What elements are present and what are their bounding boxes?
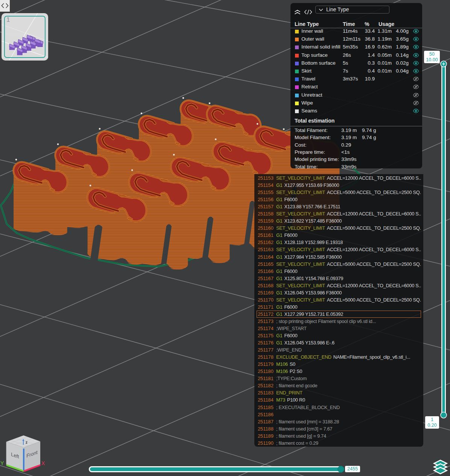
svg-text:z: z (26, 440, 27, 444)
svg-text:Y: Y (0, 460, 4, 466)
svg-text:X: X (41, 460, 45, 466)
